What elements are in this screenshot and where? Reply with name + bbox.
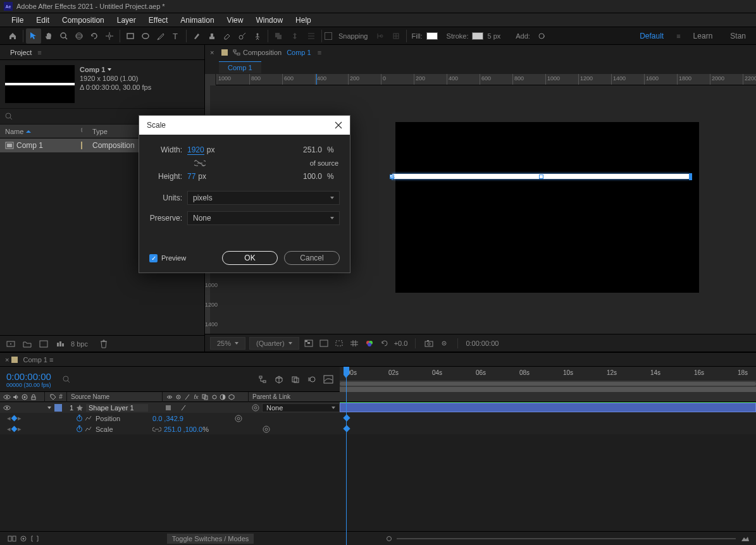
snap-opt-2-icon[interactable] xyxy=(388,28,404,44)
shape-layer-rect[interactable] xyxy=(392,174,690,179)
col-source-name[interactable]: Source Name xyxy=(67,392,162,402)
add-menu-icon[interactable] xyxy=(534,28,549,44)
menu-view[interactable]: View xyxy=(221,14,250,27)
eraser-tool-icon[interactable] xyxy=(220,28,235,44)
layer-name[interactable]: Shape Layer 1 xyxy=(86,404,148,412)
stroke-width[interactable]: 5 px xyxy=(487,32,500,40)
channel-icon[interactable] xyxy=(364,338,375,349)
col-lock-icon[interactable] xyxy=(29,394,38,400)
timeline-ruler[interactable]: :00s02s04s06s08s10s12s14s16s18s xyxy=(340,367,756,381)
position-value[interactable]: 0.0 ,342.9 xyxy=(152,415,235,422)
constrain-icon[interactable] xyxy=(152,426,164,432)
type-tool-icon[interactable]: T xyxy=(168,28,183,44)
snapping-checkbox[interactable] xyxy=(325,32,332,40)
height-pct[interactable]: 100.0 xyxy=(303,172,322,181)
fill-swatch[interactable] xyxy=(426,32,438,40)
zoom-mountain-icon[interactable] xyxy=(741,536,750,542)
units-select[interactable]: pixels xyxy=(187,191,340,205)
width-input[interactable]: 1920 xyxy=(187,145,204,155)
new-comp-icon[interactable] xyxy=(38,338,49,350)
layer-visibility-icon[interactable] xyxy=(3,405,11,411)
preview-checkbox[interactable]: ✓Preview xyxy=(149,254,186,262)
col-frameblend-icon[interactable] xyxy=(201,394,209,400)
hand-tool-icon[interactable] xyxy=(41,28,56,44)
ellipse-tool-icon[interactable] xyxy=(138,28,153,44)
col-visibility-icon[interactable] xyxy=(3,394,11,400)
col-solo-icon[interactable] xyxy=(20,394,29,400)
width-pct[interactable]: 251.0 xyxy=(303,145,322,154)
ok-button[interactable]: OK xyxy=(222,251,278,265)
add-keyframe-icon[interactable] xyxy=(11,426,17,432)
preserve-select[interactable]: None xyxy=(187,211,340,225)
col-quality-icon[interactable] xyxy=(183,394,192,400)
roto-brush-tool-icon[interactable] xyxy=(235,28,250,44)
timeline-tab-close-icon[interactable]: × xyxy=(5,356,9,364)
show-snapshot-icon[interactable] xyxy=(438,338,450,349)
toggle-switches-button[interactable]: Toggle Switches / Modes xyxy=(167,534,254,544)
comp-thumbnail[interactable] xyxy=(5,65,75,103)
resize-handle-right[interactable] xyxy=(689,173,692,180)
menu-help[interactable]: Help xyxy=(289,14,318,27)
comp-tab-close-icon[interactable]: × xyxy=(210,49,219,56)
motion-blur-icon[interactable] xyxy=(306,373,318,386)
prev-keyframe-icon[interactable]: ◂ xyxy=(7,425,11,433)
menu-layer[interactable]: Layer xyxy=(111,14,142,27)
draft3d-icon[interactable] xyxy=(273,373,285,386)
scale-value[interactable]: 251.0 ,100.0 xyxy=(164,426,202,433)
grid-guides-icon[interactable] xyxy=(349,338,360,349)
composition-canvas[interactable] xyxy=(395,122,699,293)
tl-footer-icon1[interactable] xyxy=(6,533,18,544)
trash-icon[interactable] xyxy=(98,338,109,350)
col-parent[interactable]: Parent & Link xyxy=(248,392,340,402)
menu-animation[interactable]: Animation xyxy=(174,14,220,27)
col-label[interactable] xyxy=(76,128,87,135)
expression-graph-icon[interactable] xyxy=(85,426,92,432)
layer-duration-bar[interactable] xyxy=(340,403,756,412)
comp-mini-flowchart-icon[interactable] xyxy=(256,373,269,386)
rectangle-tool-icon[interactable] xyxy=(123,28,138,44)
home-icon[interactable] xyxy=(5,28,20,44)
col-label-icon[interactable] xyxy=(49,394,58,400)
stopwatch-icon[interactable] xyxy=(76,426,83,432)
transparency-grid-icon[interactable] xyxy=(303,338,314,349)
col-mblur-icon[interactable] xyxy=(209,394,218,400)
col-type[interactable]: Type xyxy=(87,128,113,135)
expression-graph-icon[interactable] xyxy=(85,415,92,422)
col-number[interactable]: # xyxy=(59,393,63,400)
mask-visibility-icon[interactable] xyxy=(318,338,330,349)
workspace-standard[interactable]: Stan xyxy=(725,30,751,42)
pickwhip-icon[interactable] xyxy=(252,404,259,412)
tl-footer-brackets-icon[interactable] xyxy=(29,533,40,544)
keyframe-icon[interactable] xyxy=(343,414,350,421)
project-tab[interactable]: Project ≡ xyxy=(5,47,47,58)
add-keyframe-icon[interactable] xyxy=(11,415,17,422)
stroke-swatch[interactable] xyxy=(472,32,483,40)
menu-edit[interactable]: Edit xyxy=(30,14,56,27)
resize-handle-center[interactable] xyxy=(539,175,543,179)
pen-tool-icon[interactable] xyxy=(153,28,168,44)
prev-keyframe-icon[interactable]: ◂ xyxy=(7,414,11,422)
comp-panel-name[interactable]: Comp 1 xyxy=(287,49,311,56)
comp-menu-caret-icon[interactable] xyxy=(108,68,111,71)
anchor-point-icon[interactable] xyxy=(390,175,395,180)
keyframe-icon[interactable] xyxy=(343,425,350,432)
col-3d-icon[interactable] xyxy=(227,394,236,400)
col-collapse-icon[interactable] xyxy=(174,395,183,400)
rotate-tool-icon[interactable] xyxy=(87,28,102,44)
puppet-tool-icon[interactable] xyxy=(250,28,265,44)
menu-file[interactable]: File xyxy=(5,14,30,27)
layer-label-color[interactable] xyxy=(54,404,62,412)
snap-opt-1-icon[interactable] xyxy=(372,28,387,44)
stopwatch-icon[interactable] xyxy=(76,415,83,422)
dialog-close-icon[interactable] xyxy=(335,121,342,129)
cancel-button[interactable]: Cancel xyxy=(284,251,340,265)
graph-editor-icon[interactable] xyxy=(322,373,335,386)
interpret-footage-icon[interactable] xyxy=(5,338,16,350)
selection-tool-icon[interactable] xyxy=(26,28,41,44)
brush-tool-icon[interactable] xyxy=(189,28,204,44)
workspace-learn[interactable]: Learn xyxy=(688,30,718,42)
col-shy-icon[interactable] xyxy=(165,394,174,400)
dialog-titlebar[interactable]: Scale xyxy=(139,116,350,135)
work-area[interactable] xyxy=(340,381,756,392)
timeline-tab[interactable]: Comp 1 ≡ xyxy=(23,356,53,364)
